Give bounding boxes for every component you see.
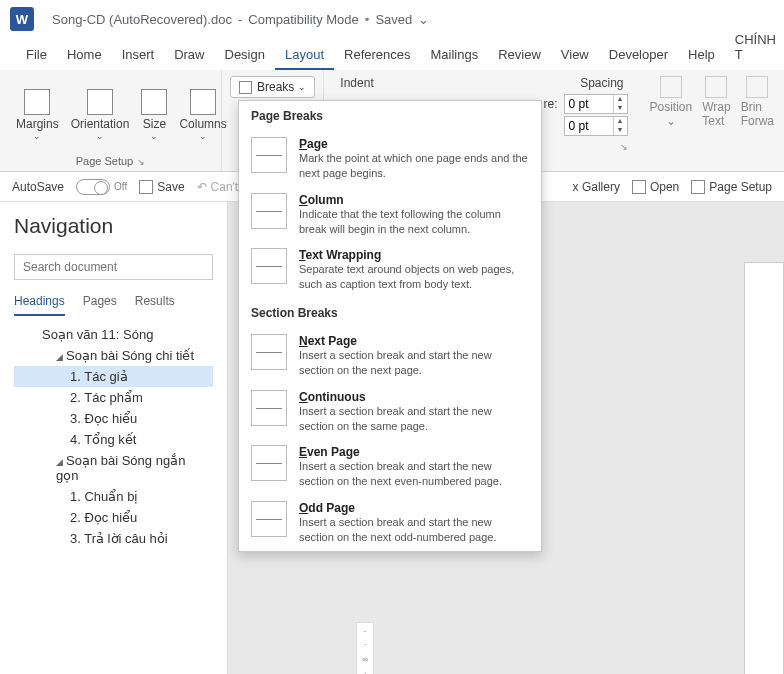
break-type-icon <box>251 193 287 229</box>
tab-developer[interactable]: Developer <box>599 41 678 70</box>
tab-insert[interactable]: Insert <box>112 41 165 70</box>
page-breaks-header: Page Breaks <box>239 101 541 131</box>
breaks-menu-item[interactable]: PageMark the point at which one page end… <box>239 131 541 187</box>
autosave-label: AutoSave <box>12 180 64 194</box>
spacing-before-input[interactable]: ▲▼ <box>564 94 628 114</box>
break-type-icon <box>251 137 287 173</box>
break-item-title: Odd Page <box>299 501 529 515</box>
tab-draw[interactable]: Draw <box>164 41 214 70</box>
break-item-desc: Indicate that the text following the col… <box>299 207 529 237</box>
vertical-ruler: -·∞· <box>356 622 374 674</box>
spacing-label: Spacing <box>580 76 623 90</box>
position-icon <box>660 76 682 98</box>
margins-button[interactable]: Margins⌄ <box>10 76 65 153</box>
navigation-tree: Soạn văn 11: Sóng◢Soạn bài Sóng chi tiết… <box>14 324 213 549</box>
tab-view[interactable]: View <box>551 41 599 70</box>
word-app-icon: W <box>10 7 34 31</box>
tree-item[interactable]: 3. Đọc hiểu <box>14 408 213 429</box>
tab-review[interactable]: Review <box>488 41 551 70</box>
tab-chinhta[interactable]: CHÍNH T <box>725 26 784 70</box>
tree-item[interactable]: 1. Chuẩn bị <box>14 486 213 507</box>
break-item-title: Page <box>299 137 529 151</box>
breaks-menu-item[interactable]: Odd PageInsert a section break and start… <box>239 495 541 551</box>
nav-tab-pages[interactable]: Pages <box>83 294 117 316</box>
break-type-icon <box>251 248 287 284</box>
break-type-icon <box>251 501 287 537</box>
page <box>744 262 784 674</box>
break-item-desc: Insert a section break and start the new… <box>299 404 529 434</box>
break-item-title: Continuous <box>299 390 529 404</box>
break-item-title: Column <box>299 193 529 207</box>
breaks-button[interactable]: Breaks ⌄ <box>230 76 315 98</box>
open-button[interactable]: Open <box>632 180 679 194</box>
undo-button[interactable]: ↶Can't <box>197 180 239 194</box>
autosave-toggle[interactable] <box>76 179 110 195</box>
breaks-menu-item[interactable]: Text WrappingSeparate text around object… <box>239 242 541 298</box>
expand-triangle-icon: ◢ <box>56 352 66 362</box>
size-icon <box>141 89 167 115</box>
tab-home[interactable]: Home <box>57 41 112 70</box>
tab-help[interactable]: Help <box>678 41 725 70</box>
bring-forward-button[interactable]: Brin Forwa <box>741 76 774 165</box>
save-button[interactable]: Save <box>139 180 184 194</box>
chevron-down-icon: ⌄ <box>298 82 306 92</box>
tree-item[interactable]: 2. Đọc hiểu <box>14 507 213 528</box>
breaks-menu-item[interactable]: Even PageInsert a section break and star… <box>239 439 541 495</box>
wrap-text-icon <box>705 76 727 98</box>
tab-references[interactable]: References <box>334 41 420 70</box>
page-setup-button[interactable]: Page Setup <box>691 180 772 194</box>
tree-item[interactable]: Soạn văn 11: Sóng <box>14 324 213 345</box>
spacing-after-input[interactable]: ▲▼ <box>564 116 628 136</box>
save-icon <box>139 180 153 194</box>
save-status: Saved <box>375 12 412 27</box>
break-item-desc: Insert a section break and start the new… <box>299 515 529 545</box>
margins-icon <box>24 89 50 115</box>
break-type-icon <box>251 390 287 426</box>
tree-item[interactable]: 1. Tác giả <box>14 366 213 387</box>
indent-label: Indent <box>340 76 373 90</box>
paragraph-launcher-icon[interactable]: ↘ <box>620 142 628 152</box>
document-filename: Song-CD (AutoRecovered).doc <box>52 12 232 27</box>
tab-design[interactable]: Design <box>215 41 275 70</box>
break-item-desc: Insert a section break and start the new… <box>299 348 529 378</box>
tree-item[interactable]: 4. Tổng kết <box>14 429 213 450</box>
breaks-icon <box>239 81 252 94</box>
gallery-button[interactable]: x Gallery <box>573 180 620 194</box>
break-item-title: Text Wrapping <box>299 248 529 262</box>
breaks-menu-item[interactable]: ColumnIndicate that the text following t… <box>239 187 541 243</box>
nav-tab-results[interactable]: Results <box>135 294 175 316</box>
tab-mailings[interactable]: Mailings <box>421 41 489 70</box>
chevron-down-icon[interactable]: ⌄ <box>418 12 429 27</box>
section-breaks-header: Section Breaks <box>239 298 541 328</box>
bring-forward-icon <box>746 76 768 98</box>
break-type-icon <box>251 445 287 481</box>
break-item-title: Next Page <box>299 334 529 348</box>
breaks-menu-item[interactable]: ContinuousInsert a section break and sta… <box>239 384 541 440</box>
tree-item[interactable]: 3. Trả lời câu hỏi <box>14 528 213 549</box>
tree-item[interactable]: ◢Soạn bài Sóng chi tiết <box>14 345 213 366</box>
breaks-menu-item[interactable]: Next PageInsert a section break and star… <box>239 328 541 384</box>
orientation-button[interactable]: Orientation⌄ <box>65 76 136 153</box>
tree-item[interactable]: 2. Tác phẩm <box>14 387 213 408</box>
columns-icon <box>190 89 216 115</box>
tree-item[interactable]: ◢Soạn bài Sóng ngắn gọn <box>14 450 213 486</box>
tab-layout[interactable]: Layout <box>275 41 334 70</box>
break-item-title: Even Page <box>299 445 529 459</box>
page-setup-launcher-icon[interactable]: ↘ <box>137 157 145 167</box>
expand-triangle-icon: ◢ <box>56 457 66 467</box>
break-item-desc: Separate text around objects on web page… <box>299 262 529 292</box>
nav-tab-headings[interactable]: Headings <box>14 294 65 316</box>
navigation-title: Navigation <box>14 214 213 238</box>
break-type-icon <box>251 334 287 370</box>
compat-mode: Compatibility Mode <box>248 12 359 27</box>
break-item-desc: Mark the point at which one page ends an… <box>299 151 529 181</box>
search-input[interactable] <box>14 254 213 280</box>
tab-file[interactable]: File <box>16 41 57 70</box>
size-button[interactable]: Size⌄ <box>135 76 173 153</box>
break-item-desc: Insert a section break and start the new… <box>299 459 529 489</box>
position-button[interactable]: Position⌄ <box>650 76 693 165</box>
navigation-pane: Navigation Headings Pages Results Soạn v… <box>0 202 228 674</box>
title-bar: W Song-CD (AutoRecovered).doc - Compatib… <box>0 0 784 38</box>
breaks-dropdown: Page Breaks PageMark the point at which … <box>238 100 542 552</box>
wrap-text-button[interactable]: Wrap Text <box>702 76 730 165</box>
